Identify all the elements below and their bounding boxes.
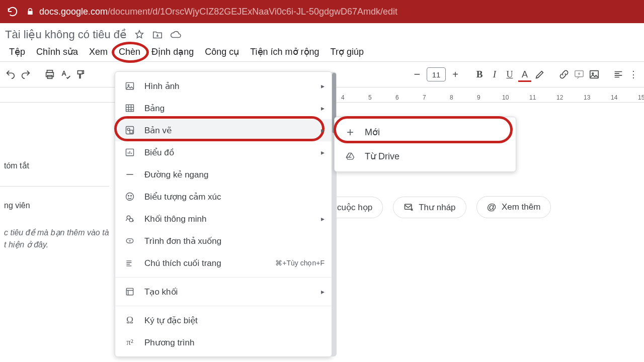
chip-see-more[interactable]: @ Xem thêm [476, 196, 551, 218]
hr-icon [124, 169, 135, 180]
insert-footnote[interactable]: Chú thích cuối trang⌘+Tùy chọn+F [115, 252, 332, 274]
insert-image[interactable]: Hình ảnh [115, 75, 332, 97]
outline-summary-label: tóm tắt [4, 160, 109, 172]
menu-file[interactable]: Tệp [9, 46, 25, 57]
insert-link-icon[interactable] [558, 69, 570, 80]
insert-building-blocks[interactable]: Tạo khối [115, 281, 332, 303]
svg-rect-6 [405, 204, 412, 209]
block-icon [124, 286, 135, 297]
svg-point-8 [128, 84, 129, 86]
chip-email-draft[interactable]: Thư nháp [393, 197, 466, 218]
fontsize-minus-icon[interactable]: − [412, 69, 423, 80]
add-comment-icon[interactable] [574, 69, 585, 80]
insert-image-icon[interactable] [589, 69, 600, 80]
move-folder-icon[interactable] [152, 29, 163, 40]
svg-point-5 [592, 73, 594, 74]
reload-icon[interactable] [7, 6, 18, 17]
outline-sidebar: tóm tắt ng viên c tiêu đề mà bạn thêm và… [4, 160, 109, 251]
svg-rect-12 [130, 130, 133, 133]
drawing-new[interactable]: + Mới [335, 120, 516, 144]
url-bar[interactable]: docs.google.com/document/d/1OrscWjyCIZ82… [26, 7, 397, 17]
svg-point-16 [131, 196, 132, 197]
print-icon[interactable] [44, 69, 55, 80]
at-icon: @ [487, 202, 497, 213]
star-icon[interactable] [134, 29, 145, 40]
menu-extensions[interactable]: Tiện ích mở rộng [250, 46, 319, 57]
menu-format[interactable]: Định dạng [151, 46, 194, 57]
drawing-from-drive[interactable]: Từ Drive [335, 144, 516, 168]
table-icon [124, 103, 135, 114]
more-toolbar-icon[interactable]: ⋮ [628, 69, 639, 80]
smart-chips-row: ni chú cuộc họp Thư nháp @ Xem thêm [302, 196, 551, 218]
image-icon [124, 80, 135, 92]
menu-tools[interactable]: Công cụ [205, 46, 239, 57]
outline-hint-line1: c tiêu đề mà bạn thêm vào tà [4, 227, 109, 239]
url-path: /document/d/1OrscWjyCIZ82GEJExNaaVi0c6i-… [108, 7, 397, 17]
insert-drawing[interactable]: Bản vẽ [115, 119, 332, 141]
chart-icon [124, 147, 135, 158]
svg-point-14 [126, 193, 134, 201]
omega-icon: Ω [124, 315, 135, 326]
insert-special-chars[interactable]: ΩKý tự đặc biệt [115, 309, 332, 331]
drive-icon [345, 151, 356, 162]
underline-icon[interactable]: U [504, 69, 515, 80]
highlight-oval-icon [334, 116, 513, 143]
doc-title[interactable]: Tài liệu không có tiêu đề [5, 28, 127, 41]
footnote-icon [124, 257, 135, 268]
svg-rect-7 [126, 82, 134, 89]
browser-bar: docs.google.com/document/d/1OrscWjyCIZ82… [0, 0, 644, 23]
fontsize-input[interactable]: 11 [427, 67, 446, 81]
insert-dropdown[interactable]: Trình đơn thả xuống [115, 230, 332, 252]
insert-equation[interactable]: π²Phương trình [115, 331, 332, 353]
plus-icon: + [345, 127, 356, 138]
insert-chart[interactable]: Biểu đồ [115, 141, 332, 163]
menu-scrollbar[interactable] [332, 72, 337, 356]
redo-icon[interactable] [20, 69, 31, 80]
menu-edit[interactable]: Chỉnh sửa [36, 46, 78, 57]
align-icon[interactable] [613, 69, 624, 80]
svg-rect-4 [590, 71, 599, 78]
pi-icon: π² [124, 337, 135, 348]
email-icon [404, 202, 414, 212]
text-color-icon[interactable]: A [519, 69, 530, 80]
docs-header: Tài liệu không có tiêu đề Tệp Chỉnh sửa … [0, 23, 644, 61]
highlight-icon[interactable] [534, 69, 545, 80]
cloud-status-icon[interactable] [170, 29, 181, 40]
svg-point-11 [127, 128, 130, 131]
url-host: docs.google.com [39, 7, 108, 17]
insert-table[interactable]: Bảng [115, 97, 332, 119]
svg-rect-18 [126, 288, 133, 295]
outline-heading: ng viên [4, 200, 109, 212]
paint-format-icon[interactable] [74, 69, 86, 80]
fontsize-plus-icon[interactable]: + [450, 69, 461, 80]
menu-view[interactable]: Xem [89, 47, 108, 57]
menu-help[interactable]: Trợ giúp [331, 46, 364, 57]
drawing-icon [124, 125, 135, 136]
undo-icon[interactable] [5, 69, 16, 80]
insert-smart-chips[interactable]: Khối thông minh [115, 208, 332, 230]
emoji-icon [124, 191, 135, 202]
smart-chip-icon [124, 213, 135, 224]
insert-hr[interactable]: Đường kẻ ngang [115, 163, 332, 186]
menubar: Tệp Chỉnh sửa Xem Chèn Định dạng Công cụ… [5, 41, 644, 61]
svg-rect-9 [126, 105, 134, 111]
italic-icon[interactable]: I [489, 69, 500, 80]
menu-insert[interactable]: Chèn [119, 47, 140, 57]
spellcheck-icon[interactable] [59, 69, 70, 80]
drawing-submenu: + Mới Từ Drive [334, 117, 516, 172]
insert-emoji[interactable]: Biểu tượng cảm xúc [115, 186, 332, 208]
dropdown-icon [124, 235, 135, 246]
insert-menu: Hình ảnh Bảng Bản vẽ Biểu đồ Đường kẻ ng… [115, 71, 332, 357]
svg-point-15 [128, 196, 129, 197]
bold-icon[interactable]: B [474, 69, 485, 80]
outline-hint-line2: t hiện ở đây. [4, 239, 109, 251]
